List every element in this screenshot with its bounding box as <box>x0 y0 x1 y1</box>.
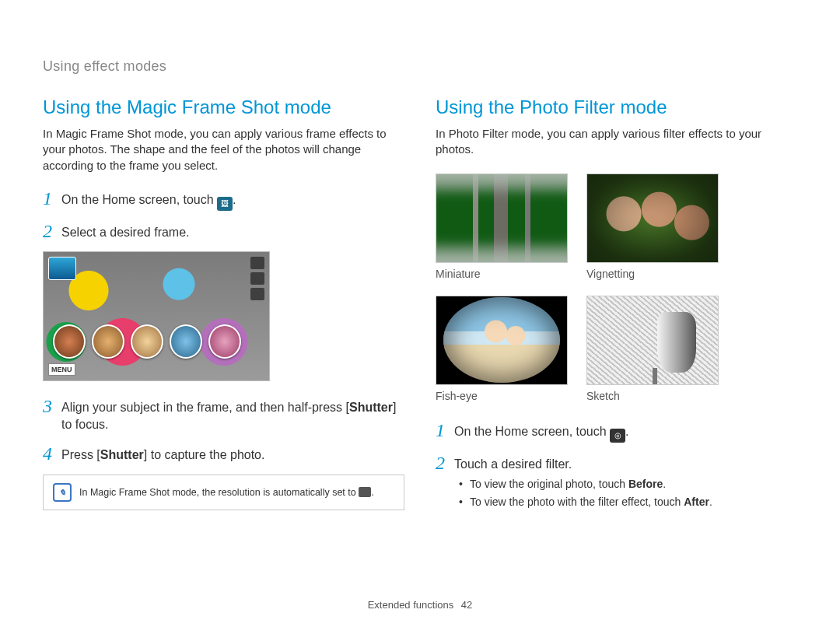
period: . <box>233 193 236 206</box>
step-number: 3 <box>43 397 61 415</box>
footer-section: Extended functions <box>368 599 454 611</box>
sketch-label: Sketch <box>586 390 719 402</box>
mode-icon <box>48 257 76 280</box>
photo-filter-intro: In Photo Filter mode, you can apply vari… <box>436 126 797 158</box>
magic-frame-intro: In Magic Frame Shot mode, you can apply … <box>43 126 404 173</box>
step-number: 2 <box>436 454 454 472</box>
step-4a: Press [ <box>61 448 100 461</box>
step-3-row: 3 Align your subject in the frame, and t… <box>43 397 404 433</box>
miniature-image <box>436 173 568 263</box>
camera-screenshot: MENU <box>43 251 270 381</box>
bullet-before: To view the original photo, touch Before… <box>459 477 797 492</box>
step-1-text: On the Home screen, touch ◎. <box>454 421 629 443</box>
b1a: To view the original photo, touch <box>470 478 628 490</box>
step-3a: Align your subject in the frame, and the… <box>61 401 349 414</box>
photo-filter-icon: ◎ <box>610 429 625 443</box>
miniature-label: Miniature <box>436 268 568 280</box>
page-number: 42 <box>461 599 472 611</box>
filter-fisheye: Fish-eye <box>436 296 568 402</box>
step-2-text: Touch a desired filter. <box>454 454 572 473</box>
photo-filter-title: Using the Photo Filter mode <box>436 96 797 118</box>
fisheye-label: Fish-eye <box>436 390 568 402</box>
frame-thumb <box>170 324 202 359</box>
shutter-bold: Shutter <box>349 401 393 414</box>
step-number: 4 <box>43 444 61 463</box>
period: . <box>371 487 373 498</box>
fisheye-image <box>436 296 568 385</box>
bullet-after: To view the photo with the filter effect… <box>459 495 797 510</box>
step-4-row: 4 Press [Shutter] to capture the photo. <box>43 444 404 464</box>
b2c: . <box>709 496 712 508</box>
step-1-row: 1 On the Home screen, touch 🖼. <box>43 189 404 211</box>
vignetting-label: Vignetting <box>586 268 719 280</box>
step-1-label: On the Home screen, touch <box>61 193 217 206</box>
note-box: ✎ In Magic Frame Shot mode, the resoluti… <box>43 475 404 510</box>
filter-miniature: Miniature <box>436 173 568 280</box>
step-1-row: 1 On the Home screen, touch ◎. <box>436 421 797 443</box>
filter-vignetting: Vignetting <box>586 173 719 280</box>
resolution-icon <box>359 487 371 497</box>
sub-bullets: To view the original photo, touch Before… <box>459 477 797 510</box>
frame-thumb <box>92 324 124 359</box>
step-3-text: Align your subject in the frame, and the… <box>61 397 404 433</box>
step-4-text: Press [Shutter] to capture the photo. <box>61 444 264 464</box>
magic-frame-icon: 🖼 <box>217 197 233 211</box>
frame-thumb <box>131 324 163 359</box>
frame-thumb <box>208 324 241 359</box>
step-1-label: On the Home screen, touch <box>454 425 610 438</box>
breadcrumb: Using effect modes <box>0 0 840 75</box>
period: . <box>625 425 628 438</box>
before-bold: Before <box>628 478 663 490</box>
note-icon: ✎ <box>53 483 72 502</box>
step-number: 1 <box>43 189 61 208</box>
shutter-bold: Shutter <box>100 448 144 461</box>
left-column: Using the Magic Frame Shot mode In Magic… <box>43 96 404 513</box>
page-footer: Extended functions 42 <box>0 599 840 611</box>
b1c: . <box>663 478 666 490</box>
b2a: To view the photo with the filter effect… <box>470 496 684 508</box>
sketch-image <box>586 296 719 385</box>
frame-thumbnails <box>53 324 241 359</box>
step-2-row: 2 Touch a desired filter. <box>436 454 797 473</box>
step-number: 2 <box>43 222 61 240</box>
filter-sketch: Sketch <box>586 296 719 402</box>
step-1-text: On the Home screen, touch 🖼. <box>61 189 236 211</box>
after-bold: After <box>684 496 709 508</box>
menu-button: MENU <box>48 363 75 376</box>
magic-frame-title: Using the Magic Frame Shot mode <box>43 96 404 118</box>
note-label: In Magic Frame Shot mode, the resolution… <box>79 487 359 498</box>
step-2-text: Select a desired frame. <box>61 222 190 241</box>
note-text: In Magic Frame Shot mode, the resolution… <box>79 486 374 499</box>
step-4c: ] to capture the photo. <box>144 448 265 461</box>
step-2-row: 2 Select a desired frame. <box>43 222 404 241</box>
frame-thumb <box>53 324 86 359</box>
filter-examples-grid: Miniature Vignetting Fish-eye Sketch <box>436 173 797 402</box>
side-overlays <box>250 257 264 300</box>
right-column: Using the Photo Filter mode In Photo Fil… <box>436 96 797 513</box>
step-number: 1 <box>436 421 454 440</box>
vignetting-image <box>586 173 719 263</box>
